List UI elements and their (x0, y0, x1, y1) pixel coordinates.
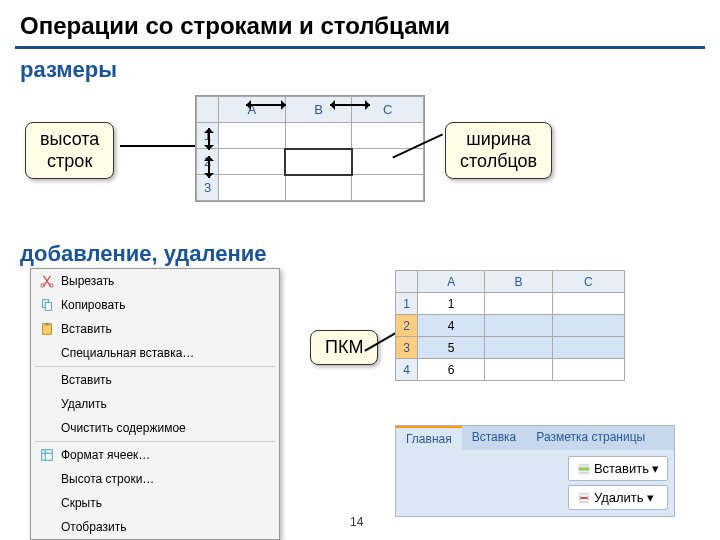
col-header-c[interactable]: C (352, 97, 424, 123)
context-menu: Вырезать Копировать Вставить Специальная… (30, 268, 280, 540)
arrow-col-width-b (330, 104, 370, 106)
tab-home[interactable]: Главная (396, 426, 462, 450)
grid-row-select-demo: ABC 11 24 35 46 (395, 270, 625, 381)
tab-layout[interactable]: Разметка страницы (526, 426, 655, 450)
connector-left (120, 145, 195, 147)
page-number: 14 (350, 515, 363, 529)
svg-rect-7 (579, 467, 590, 471)
section-sizes: размеры (0, 57, 720, 91)
callout-row-height: высота строк (25, 122, 114, 179)
scissors-icon (37, 272, 57, 290)
insert-row-icon (577, 462, 591, 476)
ctx-copy[interactable]: Копировать (31, 293, 279, 317)
ctx-insert[interactable]: Вставить (31, 368, 279, 392)
ctx-hide[interactable]: Скрыть (31, 491, 279, 515)
svg-rect-9 (579, 471, 590, 474)
svg-rect-3 (45, 302, 51, 310)
selected-cell[interactable] (285, 149, 352, 175)
grid-size-demo: ABC 1 2 3 (195, 95, 425, 202)
ribbon: Главная Вставка Разметка страницы Встави… (395, 425, 675, 517)
ctx-clear[interactable]: Очистить содержимое (31, 416, 279, 440)
col-header-a[interactable]: A (219, 97, 286, 123)
svg-rect-10 (579, 492, 590, 495)
delete-row-icon (577, 491, 591, 505)
page-title: Операции со строками и столбцами (0, 0, 720, 46)
svg-rect-5 (45, 323, 49, 326)
tab-insert[interactable]: Вставка (462, 426, 527, 450)
col-header-b[interactable]: B (285, 97, 352, 123)
svg-rect-8 (579, 463, 590, 466)
ctx-paste[interactable]: Вставить (31, 317, 279, 341)
ribbon-delete-button[interactable]: Удалить ▾ (568, 485, 668, 510)
format-icon (37, 446, 57, 464)
ctx-show[interactable]: Отобразить (31, 515, 279, 539)
divider (15, 46, 705, 49)
ctx-format[interactable]: Формат ячеек… (31, 443, 279, 467)
ctx-cut[interactable]: Вырезать (31, 269, 279, 293)
ctx-paste-special[interactable]: Специальная вставка… (31, 341, 279, 365)
ribbon-insert-button[interactable]: Вставить ▾ (568, 456, 668, 481)
selected-row[interactable]: 24 (396, 315, 625, 337)
copy-icon (37, 296, 57, 314)
ctx-row-height[interactable]: Высота строки… (31, 467, 279, 491)
paste-icon (37, 320, 57, 338)
svg-rect-6 (42, 450, 53, 461)
callout-col-width: ширина столбцов (445, 122, 552, 179)
arrow-row-height-2 (208, 156, 210, 178)
svg-rect-11 (579, 500, 590, 503)
arrow-row-height-1 (208, 128, 210, 150)
ctx-delete[interactable]: Удалить (31, 392, 279, 416)
arrow-col-width-a (246, 104, 286, 106)
